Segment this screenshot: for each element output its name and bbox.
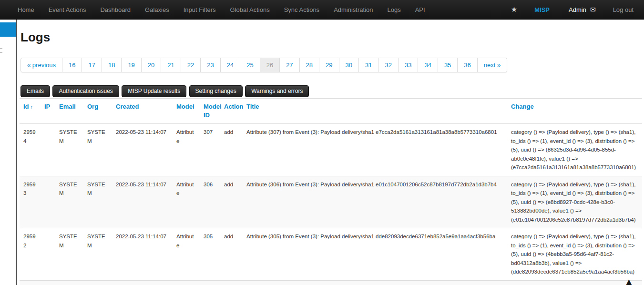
pagination-page[interactable]: 24 [221, 58, 240, 72]
filter-tab-authentication-issues[interactable]: Authentication issues [52, 85, 119, 97]
column-header-model-id[interactable]: Model ID [200, 99, 220, 124]
column-header-id[interactable]: Id↑ [20, 99, 41, 124]
cell-org: SYSTEM [83, 176, 112, 228]
pagination-page[interactable]: 22 [181, 58, 201, 72]
cell-change: category () => (Payload delivery), type … [507, 280, 642, 285]
cell-ip [41, 176, 55, 228]
cell-title: Attribute (304) from Event (3): Payload … [243, 280, 507, 285]
sidebar-accent [0, 22, 16, 37]
cell-model: Attribute [173, 124, 200, 176]
cell-id: 29591 [20, 280, 41, 285]
pagination-page[interactable]: 23 [201, 58, 220, 72]
column-header-ip[interactable]: IP [41, 99, 55, 124]
nav-item-sync-actions[interactable]: Sync Actions [277, 0, 327, 19]
cell-action: add [220, 280, 243, 285]
pagination-page[interactable]: 36 [458, 58, 477, 72]
table-header-row: Id↑ IP Email Org Created Model Model ID … [20, 99, 642, 124]
column-header-created[interactable]: Created [112, 99, 173, 124]
misp-brand-link[interactable]: MISP [534, 6, 550, 13]
cell-change: category () => (Payload delivery), type … [507, 228, 642, 281]
table-row: 29592 SYSTEM SYSTEM 2022-05-23 11:14:07 … [20, 228, 642, 281]
pagination-page[interactable]: 29 [319, 58, 339, 72]
filter-tab-setting-changes[interactable]: Setting changes [189, 85, 243, 97]
pagination-prev[interactable]: « previous [20, 58, 62, 72]
cell-action: add [220, 228, 243, 281]
pagination-page[interactable]: 21 [161, 58, 181, 72]
logs-table: Id↑ IP Email Org Created Model Model ID … [20, 98, 642, 285]
cell-model: Attribute [173, 176, 200, 228]
column-header-title[interactable]: Title [243, 99, 507, 124]
cell-org: SYSTEM [83, 280, 112, 285]
nav-item-dashboard[interactable]: Dashboard [93, 0, 138, 19]
cell-created: 2022-05-23 11:14:07 [112, 280, 173, 285]
sidebar-divider [16, 20, 17, 285]
cell-email: SYSTEM [55, 124, 83, 176]
pagination-page[interactable]: 25 [240, 58, 260, 72]
nav-item-event-actions[interactable]: Event Actions [41, 0, 93, 19]
navbar-right: ★ MISP Admin ✉ Log out [511, 0, 644, 19]
table-row: 29591 SYSTEM SYSTEM 2022-05-23 11:14:07 … [20, 280, 642, 285]
cell-created: 2022-05-23 11:14:07 [112, 176, 173, 228]
pagination-page[interactable]: 33 [399, 58, 418, 72]
pagination-page[interactable]: 35 [438, 58, 458, 72]
nav-item-global-actions[interactable]: Global Actions [223, 0, 277, 19]
star-icon[interactable]: ★ [511, 5, 517, 14]
cell-email: SYSTEM [55, 176, 83, 228]
sidebar-handle[interactable] [0, 48, 2, 53]
column-header-change[interactable]: Change [507, 99, 642, 124]
nav-item-api[interactable]: API [408, 0, 432, 19]
cell-model-id: 307 [200, 124, 220, 176]
column-header-org[interactable]: Org [83, 99, 112, 124]
pagination-page[interactable]: 27 [280, 58, 299, 72]
cell-change: category () => (Payload delivery), type … [507, 124, 642, 176]
nav-item-input-filters[interactable]: Input Filters [176, 0, 223, 19]
pagination-page[interactable]: 30 [339, 58, 359, 72]
page-title: Logs [20, 31, 642, 44]
nav-item-home[interactable]: Home [10, 0, 41, 19]
filter-tab-emails[interactable]: Emails [20, 85, 50, 97]
cell-change: category () => (Payload delivery), type … [507, 176, 642, 228]
pagination-page[interactable]: 17 [82, 58, 102, 72]
pagination-page[interactable]: 19 [122, 58, 141, 72]
pagination-page[interactable]: 32 [378, 58, 398, 72]
filter-tab-misp-update-results[interactable]: MISP Update results [122, 85, 186, 97]
top-navbar: Home Event Actions Dashboard Galaxies In… [0, 0, 644, 20]
column-header-email[interactable]: Email [55, 99, 83, 124]
cell-created: 2022-05-23 11:14:07 [112, 124, 173, 176]
cell-ip [41, 280, 55, 285]
cell-model-id: 305 [200, 228, 220, 281]
nav-item-administration[interactable]: Administration [327, 0, 380, 19]
admin-user-link[interactable]: Admin [569, 6, 586, 13]
cell-ip [41, 228, 55, 281]
nav-item-galaxies[interactable]: Galaxies [138, 0, 176, 19]
cell-action: add [220, 124, 243, 176]
cell-ip [41, 124, 55, 176]
table-row: 29593 SYSTEM SYSTEM 2022-05-23 11:14:07 … [20, 176, 642, 228]
pagination-page[interactable]: 16 [62, 58, 82, 72]
cell-email: SYSTEM [55, 228, 83, 281]
nav-item-logs[interactable]: Logs [380, 0, 408, 19]
pagination-page[interactable]: 34 [418, 58, 438, 72]
pagination-page-current[interactable]: 26 [260, 58, 280, 72]
cell-org: SYSTEM [83, 228, 112, 281]
envelope-icon[interactable]: ✉ [590, 6, 596, 13]
cell-model-id: 306 [200, 176, 220, 228]
pagination-page[interactable]: 31 [359, 58, 378, 72]
column-header-model[interactable]: Model [173, 99, 200, 124]
filter-tab-warnings-and-errors[interactable]: Warnings and errors [245, 85, 309, 97]
pagination-page[interactable]: 20 [142, 58, 161, 72]
table-row: 29594 SYSTEM SYSTEM 2022-05-23 11:14:07 … [20, 124, 642, 176]
cell-id: 29594 [20, 124, 41, 176]
pagination-page[interactable]: 28 [300, 58, 319, 72]
cell-title: Attribute (305) from Event (3): Payload … [243, 228, 507, 281]
cell-org: SYSTEM [83, 124, 112, 176]
cell-id: 29592 [20, 228, 41, 281]
pagination-next[interactable]: next » [478, 58, 507, 72]
pagination: « previous 16 17 18 19 20 21 22 23 24 25… [20, 58, 642, 72]
logout-link[interactable]: Log out [613, 6, 634, 13]
cell-email: SYSTEM [55, 280, 83, 285]
scroll-top-button[interactable]: ▲ [623, 276, 635, 285]
pagination-page[interactable]: 18 [102, 58, 122, 72]
cell-title: Attribute (306) from Event (3): Payload … [243, 176, 507, 228]
column-header-action[interactable]: Action [220, 99, 243, 124]
